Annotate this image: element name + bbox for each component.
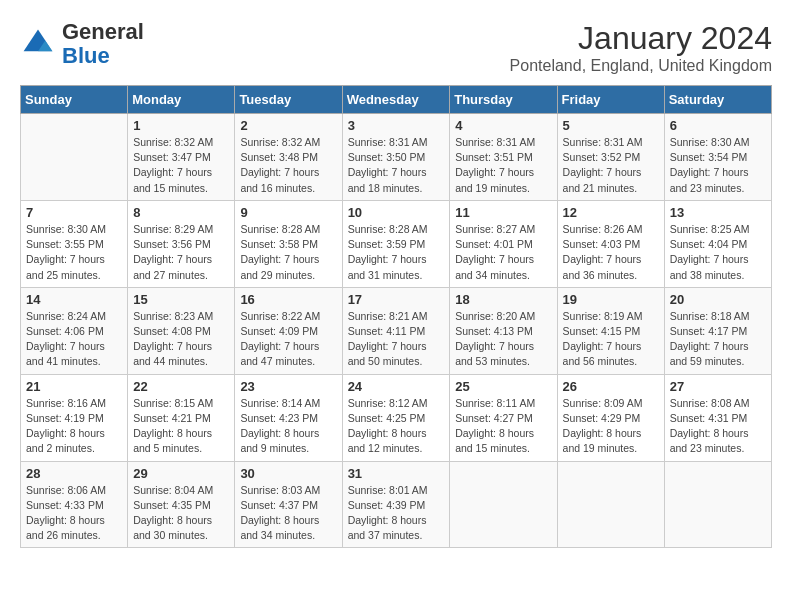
day-number: 26: [563, 379, 659, 394]
logo-text: General Blue: [62, 20, 144, 68]
table-row: 6Sunrise: 8:30 AMSunset: 3:54 PMDaylight…: [664, 114, 771, 201]
header-row: Sunday Monday Tuesday Wednesday Thursday…: [21, 86, 772, 114]
day-number: 15: [133, 292, 229, 307]
day-number: 27: [670, 379, 766, 394]
day-number: 16: [240, 292, 336, 307]
day-info: Sunrise: 8:28 AMSunset: 3:58 PMDaylight:…: [240, 222, 336, 283]
day-number: 28: [26, 466, 122, 481]
table-row: 10Sunrise: 8:28 AMSunset: 3:59 PMDayligh…: [342, 200, 450, 287]
day-info: Sunrise: 8:14 AMSunset: 4:23 PMDaylight:…: [240, 396, 336, 457]
table-row: 15Sunrise: 8:23 AMSunset: 4:08 PMDayligh…: [128, 287, 235, 374]
calendar-week-row: 21Sunrise: 8:16 AMSunset: 4:19 PMDayligh…: [21, 374, 772, 461]
table-row: 18Sunrise: 8:20 AMSunset: 4:13 PMDayligh…: [450, 287, 557, 374]
table-row: [450, 461, 557, 548]
day-number: 18: [455, 292, 551, 307]
col-wednesday: Wednesday: [342, 86, 450, 114]
calendar-week-row: 28Sunrise: 8:06 AMSunset: 4:33 PMDayligh…: [21, 461, 772, 548]
table-row: [557, 461, 664, 548]
day-number: 1: [133, 118, 229, 133]
day-info: Sunrise: 8:16 AMSunset: 4:19 PMDaylight:…: [26, 396, 122, 457]
calendar-body: 1Sunrise: 8:32 AMSunset: 3:47 PMDaylight…: [21, 114, 772, 548]
logo-blue: Blue: [62, 43, 110, 68]
col-friday: Friday: [557, 86, 664, 114]
day-info: Sunrise: 8:32 AMSunset: 3:48 PMDaylight:…: [240, 135, 336, 196]
day-number: 13: [670, 205, 766, 220]
day-number: 21: [26, 379, 122, 394]
day-info: Sunrise: 8:31 AMSunset: 3:50 PMDaylight:…: [348, 135, 445, 196]
table-row: [664, 461, 771, 548]
calendar-week-row: 7Sunrise: 8:30 AMSunset: 3:55 PMDaylight…: [21, 200, 772, 287]
table-row: 11Sunrise: 8:27 AMSunset: 4:01 PMDayligh…: [450, 200, 557, 287]
day-info: Sunrise: 8:30 AMSunset: 3:55 PMDaylight:…: [26, 222, 122, 283]
day-number: 31: [348, 466, 445, 481]
day-info: Sunrise: 8:15 AMSunset: 4:21 PMDaylight:…: [133, 396, 229, 457]
day-number: 29: [133, 466, 229, 481]
day-number: 24: [348, 379, 445, 394]
day-number: 17: [348, 292, 445, 307]
day-number: 22: [133, 379, 229, 394]
day-info: Sunrise: 8:19 AMSunset: 4:15 PMDaylight:…: [563, 309, 659, 370]
day-number: 14: [26, 292, 122, 307]
day-info: Sunrise: 8:25 AMSunset: 4:04 PMDaylight:…: [670, 222, 766, 283]
calendar-table: Sunday Monday Tuesday Wednesday Thursday…: [20, 85, 772, 548]
day-info: Sunrise: 8:06 AMSunset: 4:33 PMDaylight:…: [26, 483, 122, 544]
day-info: Sunrise: 8:23 AMSunset: 4:08 PMDaylight:…: [133, 309, 229, 370]
day-info: Sunrise: 8:27 AMSunset: 4:01 PMDaylight:…: [455, 222, 551, 283]
table-row: 16Sunrise: 8:22 AMSunset: 4:09 PMDayligh…: [235, 287, 342, 374]
table-row: 13Sunrise: 8:25 AMSunset: 4:04 PMDayligh…: [664, 200, 771, 287]
day-info: Sunrise: 8:22 AMSunset: 4:09 PMDaylight:…: [240, 309, 336, 370]
table-row: 2Sunrise: 8:32 AMSunset: 3:48 PMDaylight…: [235, 114, 342, 201]
day-info: Sunrise: 8:31 AMSunset: 3:51 PMDaylight:…: [455, 135, 551, 196]
table-row: 24Sunrise: 8:12 AMSunset: 4:25 PMDayligh…: [342, 374, 450, 461]
day-info: Sunrise: 8:04 AMSunset: 4:35 PMDaylight:…: [133, 483, 229, 544]
day-number: 10: [348, 205, 445, 220]
day-number: 30: [240, 466, 336, 481]
day-number: 2: [240, 118, 336, 133]
table-row: 31Sunrise: 8:01 AMSunset: 4:39 PMDayligh…: [342, 461, 450, 548]
day-info: Sunrise: 8:08 AMSunset: 4:31 PMDaylight:…: [670, 396, 766, 457]
table-row: 28Sunrise: 8:06 AMSunset: 4:33 PMDayligh…: [21, 461, 128, 548]
table-row: 3Sunrise: 8:31 AMSunset: 3:50 PMDaylight…: [342, 114, 450, 201]
table-row: 4Sunrise: 8:31 AMSunset: 3:51 PMDaylight…: [450, 114, 557, 201]
col-thursday: Thursday: [450, 86, 557, 114]
table-row: 5Sunrise: 8:31 AMSunset: 3:52 PMDaylight…: [557, 114, 664, 201]
day-number: 6: [670, 118, 766, 133]
day-info: Sunrise: 8:20 AMSunset: 4:13 PMDaylight:…: [455, 309, 551, 370]
main-title: January 2024: [510, 20, 772, 57]
table-row: 29Sunrise: 8:04 AMSunset: 4:35 PMDayligh…: [128, 461, 235, 548]
day-info: Sunrise: 8:21 AMSunset: 4:11 PMDaylight:…: [348, 309, 445, 370]
day-number: 3: [348, 118, 445, 133]
day-number: 25: [455, 379, 551, 394]
table-row: 1Sunrise: 8:32 AMSunset: 3:47 PMDaylight…: [128, 114, 235, 201]
col-tuesday: Tuesday: [235, 86, 342, 114]
day-number: 8: [133, 205, 229, 220]
day-number: 4: [455, 118, 551, 133]
day-info: Sunrise: 8:11 AMSunset: 4:27 PMDaylight:…: [455, 396, 551, 457]
table-row: 8Sunrise: 8:29 AMSunset: 3:56 PMDaylight…: [128, 200, 235, 287]
logo-general: General: [62, 19, 144, 44]
table-row: 20Sunrise: 8:18 AMSunset: 4:17 PMDayligh…: [664, 287, 771, 374]
day-number: 19: [563, 292, 659, 307]
table-row: 27Sunrise: 8:08 AMSunset: 4:31 PMDayligh…: [664, 374, 771, 461]
day-number: 12: [563, 205, 659, 220]
subtitle: Ponteland, England, United Kingdom: [510, 57, 772, 75]
table-row: 19Sunrise: 8:19 AMSunset: 4:15 PMDayligh…: [557, 287, 664, 374]
table-row: 7Sunrise: 8:30 AMSunset: 3:55 PMDaylight…: [21, 200, 128, 287]
day-number: 11: [455, 205, 551, 220]
day-info: Sunrise: 8:30 AMSunset: 3:54 PMDaylight:…: [670, 135, 766, 196]
table-row: 23Sunrise: 8:14 AMSunset: 4:23 PMDayligh…: [235, 374, 342, 461]
col-sunday: Sunday: [21, 86, 128, 114]
day-number: 7: [26, 205, 122, 220]
table-row: 17Sunrise: 8:21 AMSunset: 4:11 PMDayligh…: [342, 287, 450, 374]
page-header: General Blue January 2024 Ponteland, Eng…: [20, 20, 772, 75]
logo-icon: [20, 26, 56, 62]
table-row: 25Sunrise: 8:11 AMSunset: 4:27 PMDayligh…: [450, 374, 557, 461]
table-row: 22Sunrise: 8:15 AMSunset: 4:21 PMDayligh…: [128, 374, 235, 461]
title-area: January 2024 Ponteland, England, United …: [510, 20, 772, 75]
col-saturday: Saturday: [664, 86, 771, 114]
day-number: 9: [240, 205, 336, 220]
day-info: Sunrise: 8:29 AMSunset: 3:56 PMDaylight:…: [133, 222, 229, 283]
day-info: Sunrise: 8:12 AMSunset: 4:25 PMDaylight:…: [348, 396, 445, 457]
calendar-week-row: 14Sunrise: 8:24 AMSunset: 4:06 PMDayligh…: [21, 287, 772, 374]
table-row: 26Sunrise: 8:09 AMSunset: 4:29 PMDayligh…: [557, 374, 664, 461]
